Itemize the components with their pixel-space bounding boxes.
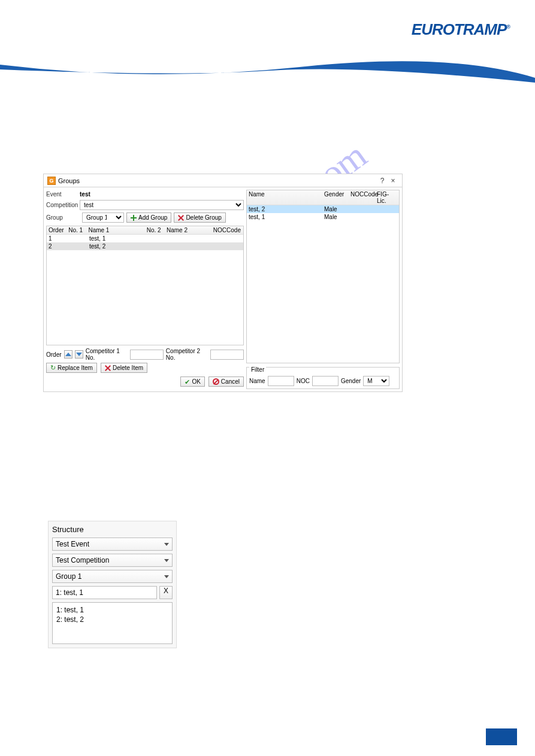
- structure-clear-button[interactable]: X: [159, 586, 173, 599]
- dialog-title: Groups: [58, 177, 80, 184]
- order-down-button[interactable]: [75, 350, 83, 359]
- dialog-titlebar[interactable]: G Groups ? ×: [44, 174, 402, 187]
- filter-group: Filter Name NOC Gender Male: [246, 367, 400, 389]
- competitor2-input[interactable]: [210, 350, 244, 360]
- group-order-table[interactable]: Order No. 1 Name 1 No. 2 Name 2 NOCCode …: [46, 226, 244, 345]
- structure-panel: Structure Test Event Test Competition Gr…: [48, 521, 177, 648]
- table-row[interactable]: test, 1 Male: [247, 213, 399, 221]
- filter-name-label: Name: [249, 378, 265, 384]
- structure-group-select[interactable]: Group 1: [52, 570, 173, 583]
- groups-app-icon: G: [47, 177, 56, 185]
- competition-select[interactable]: test: [80, 200, 244, 210]
- delete-group-button[interactable]: Delete Group: [174, 212, 225, 223]
- group-select[interactable]: Group 1: [82, 212, 124, 223]
- filter-gender-label: Gender: [341, 378, 361, 384]
- event-label: Event: [46, 191, 80, 198]
- list-item[interactable]: 2: test, 2: [56, 615, 168, 624]
- list-item[interactable]: 1: test, 1: [56, 605, 168, 615]
- check-icon: ✔: [185, 379, 190, 385]
- x-icon: [105, 365, 111, 371]
- structure-competition-select[interactable]: Test Competition: [52, 554, 173, 567]
- structure-title: Structure: [52, 525, 173, 534]
- groups-dialog: G Groups ? × Event test Competition test…: [43, 174, 403, 392]
- ok-button[interactable]: ✔ OK: [180, 377, 204, 387]
- filter-noc-label: NOC: [297, 378, 310, 384]
- table-row[interactable]: test, 2 Male: [247, 205, 399, 213]
- x-icon: [178, 215, 184, 221]
- replace-item-button[interactable]: ↻ Replace Item: [46, 363, 97, 373]
- filter-name-input[interactable]: [268, 376, 294, 386]
- structure-event-select[interactable]: Test Event: [52, 538, 173, 551]
- filter-noc-input[interactable]: [312, 376, 338, 386]
- filter-title: Filter: [249, 366, 266, 373]
- chevron-down-icon: [164, 543, 169, 546]
- table-header: Name Gender NOCCode FIG-Lic.: [247, 190, 399, 205]
- page-footer-block: [486, 728, 517, 745]
- competitor1-label: Competitor 1 No.: [86, 348, 128, 361]
- cancel-icon: [213, 378, 219, 385]
- table-row[interactable]: 1 test, 1: [47, 235, 243, 242]
- table-header: Order No. 1 Name 1 No. 2 Name 2 NOCCode: [47, 226, 243, 235]
- add-group-button[interactable]: Add Group: [126, 212, 171, 223]
- close-button[interactable]: ×: [388, 177, 398, 185]
- cancel-button[interactable]: Cancel: [208, 377, 244, 387]
- brand-logo: EUROTRAMP®: [412, 20, 510, 39]
- arrow-up-icon: [65, 353, 71, 356]
- arrow-down-icon: [76, 353, 82, 356]
- plus-icon: [131, 215, 137, 221]
- chevron-down-icon: [164, 575, 169, 578]
- delete-item-button[interactable]: Delete Item: [101, 363, 147, 373]
- order-up-button[interactable]: [64, 350, 72, 359]
- competitors-table[interactable]: Name Gender NOCCode FIG-Lic. test, 2 Mal…: [246, 190, 400, 363]
- structure-current-field[interactable]: 1: test, 1: [52, 586, 157, 599]
- competitor1-input[interactable]: [130, 350, 164, 360]
- structure-list[interactable]: 1: test, 1 2: test, 2: [52, 602, 173, 644]
- competition-label: Competition: [46, 202, 80, 208]
- event-value: test: [80, 191, 90, 198]
- competitor2-label: Competitor 2 No.: [166, 348, 208, 361]
- filter-gender-select[interactable]: Male: [363, 376, 389, 386]
- group-label: Group: [46, 214, 80, 221]
- chevron-down-icon: [164, 559, 169, 562]
- table-row[interactable]: 2 test, 2: [47, 242, 243, 250]
- header-wave: [0, 53, 535, 89]
- order-label: Order: [46, 351, 62, 358]
- replace-icon: ↻: [50, 364, 56, 372]
- help-button[interactable]: ?: [377, 177, 388, 185]
